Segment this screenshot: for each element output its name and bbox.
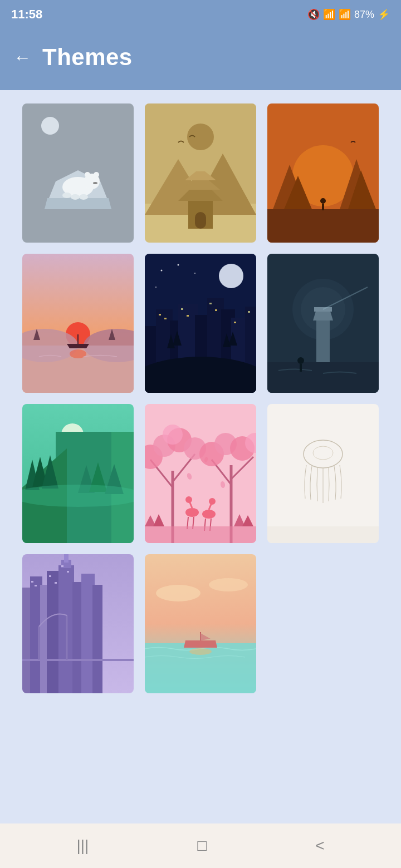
svg-point-7 <box>94 172 99 177</box>
svg-rect-61 <box>215 309 217 311</box>
app-bar: ← Themes <box>0 29 401 90</box>
svg-point-110 <box>185 508 199 517</box>
theme-item-polar-bear[interactable] <box>22 103 134 243</box>
wifi-icon: 📶 <box>323 8 335 21</box>
svg-point-43 <box>161 270 163 272</box>
svg-rect-143 <box>31 581 33 583</box>
svg-rect-56 <box>159 314 161 315</box>
back-button[interactable]: ← <box>13 47 31 68</box>
svg-point-11 <box>93 182 97 184</box>
svg-rect-120 <box>145 526 256 543</box>
svg-point-99 <box>163 425 183 445</box>
status-icons: 🔇 📶 📶 87% ⚡ <box>307 8 390 21</box>
svg-marker-37 <box>67 344 89 348</box>
theme-item-lighthouse[interactable] <box>267 254 379 393</box>
svg-rect-76 <box>267 362 379 393</box>
theme-item-desert-sunset[interactable] <box>267 103 379 243</box>
svg-rect-60 <box>209 303 212 304</box>
status-time: 11:58 <box>11 7 42 22</box>
svg-marker-3 <box>45 198 111 209</box>
svg-rect-145 <box>49 575 51 577</box>
svg-point-8 <box>62 193 71 198</box>
svg-rect-146 <box>55 582 57 584</box>
svg-point-117 <box>209 498 216 505</box>
battery-indicator: 87% <box>354 9 374 21</box>
svg-rect-139 <box>92 585 102 693</box>
svg-rect-78 <box>300 364 302 372</box>
svg-rect-30 <box>322 204 324 210</box>
svg-rect-128 <box>267 526 379 543</box>
theme-item-purple-city[interactable] <box>22 554 134 693</box>
svg-point-112 <box>185 496 192 503</box>
theme-item-forest[interactable] <box>22 404 134 543</box>
theme-item-night-city[interactable] <box>145 254 256 393</box>
svg-rect-58 <box>181 308 183 310</box>
page-title: Themes <box>42 44 133 71</box>
svg-rect-144 <box>35 585 37 586</box>
svg-rect-148 <box>67 571 69 573</box>
svg-point-46 <box>155 287 157 288</box>
svg-marker-154 <box>184 640 217 648</box>
svg-rect-136 <box>64 554 69 563</box>
nav-bar: ||| □ < <box>0 823 401 868</box>
svg-point-151 <box>209 578 248 591</box>
svg-point-64 <box>145 357 256 393</box>
back-nav-button[interactable]: < <box>315 837 324 855</box>
theme-item-minimal-white[interactable] <box>267 404 379 543</box>
svg-point-157 <box>189 648 212 655</box>
svg-rect-59 <box>187 315 189 317</box>
svg-point-45 <box>194 273 195 274</box>
svg-point-90 <box>22 485 134 507</box>
svg-point-6 <box>85 172 90 177</box>
svg-point-9 <box>71 194 80 200</box>
svg-point-29 <box>320 198 326 204</box>
svg-point-44 <box>178 264 179 266</box>
svg-rect-57 <box>164 318 167 319</box>
charging-icon: ⚡ <box>378 8 390 21</box>
svg-rect-24 <box>267 209 379 243</box>
theme-item-ocean-sunset[interactable] <box>145 554 256 693</box>
theme-grid <box>22 103 379 693</box>
svg-point-1 <box>41 117 59 135</box>
svg-rect-62 <box>234 322 236 323</box>
status-bar: 11:58 🔇 📶 📶 87% ⚡ <box>0 0 401 29</box>
theme-item-flamingo[interactable] <box>145 404 256 543</box>
home-button[interactable]: □ <box>197 837 207 855</box>
svg-rect-63 <box>248 311 250 313</box>
signal-icon: 📶 <box>339 8 351 21</box>
mute-icon: 🔇 <box>307 8 320 21</box>
svg-point-14 <box>187 124 214 150</box>
svg-rect-21 <box>195 212 206 229</box>
svg-point-10 <box>79 194 88 200</box>
theme-item-lake-sunset[interactable] <box>22 254 134 393</box>
svg-point-115 <box>202 510 216 519</box>
main-content <box>0 90 401 823</box>
recent-apps-button[interactable]: ||| <box>76 837 89 855</box>
svg-point-150 <box>156 585 200 601</box>
svg-rect-147 <box>61 565 63 567</box>
svg-point-77 <box>297 357 304 364</box>
theme-item-pagoda[interactable] <box>145 103 256 243</box>
svg-point-42 <box>219 264 243 288</box>
